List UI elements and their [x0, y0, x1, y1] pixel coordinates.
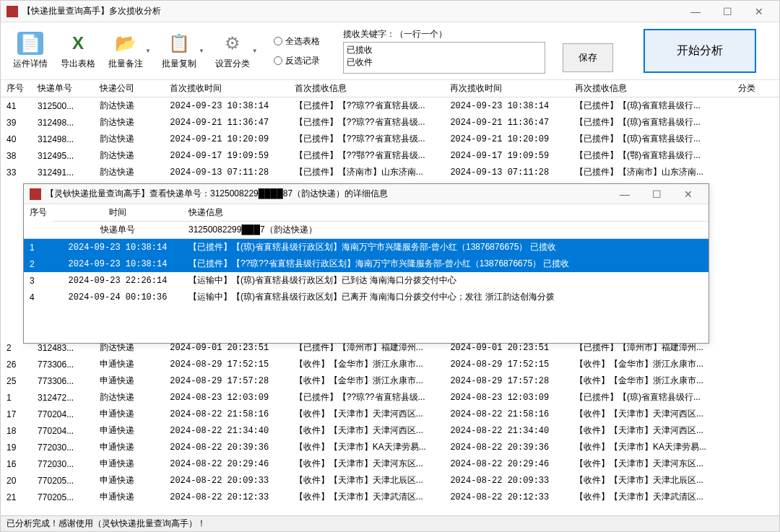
settings-button[interactable]: ⚙ 设置分类 [213, 32, 252, 70]
col-category[interactable]: 分类 [732, 80, 779, 97]
export-button[interactable]: X 导出表格 [58, 32, 98, 70]
table-row[interactable]: 21770205...申通快递2024-08-22 20:12:33【收件】【天… [1, 489, 779, 505]
gear-icon: ⚙ [220, 32, 246, 55]
col-seq[interactable]: 序号 [1, 80, 32, 97]
sub-close-button[interactable]: ✕ [674, 186, 703, 203]
analyze-button[interactable]: 开始分析 [644, 29, 756, 73]
sub-title-bar: 【灵钬快递批量查询高手】查看快递单号：3125008229████87（韵达快递… [24, 184, 708, 204]
table-row[interactable]: 41312500...韵达快递2024-09-23 10:38:14【已揽件】【… [1, 97, 779, 115]
sub-maximize-button[interactable]: ☐ [642, 186, 671, 203]
table-row[interactable]: 42024-09-24 00:10:36【运输中】【(琼)省直辖县级行政区划】已… [24, 289, 708, 305]
sub-col-num-label: 快递单号 [53, 222, 183, 239]
table-row[interactable]: 20770205...申通快递2024-08-22 20:09:33【收件】【天… [1, 472, 779, 489]
table-row[interactable]: 18770204...申通快递2024-08-22 21:34:40【收件】【天… [1, 422, 779, 439]
invert-radio[interactable]: 反选记录 [274, 55, 320, 67]
table-row[interactable]: 22024-09-23 10:38:14【已揽件】【??琼??省直辖县级行政区划… [24, 256, 708, 272]
batch-copy-label: 批量复制 [162, 58, 196, 70]
table-row[interactable]: 33312491...韵达快递2024-09-13 07:11:28【已揽件】【… [1, 164, 779, 180]
table-row[interactable]: 32024-09-23 22:26:14【运输中】【(琼)省直辖县级行政区划】已… [24, 272, 708, 289]
table-row[interactable]: 40312498...韵达快递2024-09-21 10:20:09【已揽件】【… [1, 131, 779, 147]
status-bar: 已分析完成！感谢使用（灵钬快递批量查询高手）！ [1, 515, 779, 531]
batch-copy-button[interactable]: 📋 批量复制 [160, 32, 199, 70]
col-first-info[interactable]: 首次揽收信息 [289, 80, 445, 97]
maximize-button[interactable]: ☐ [713, 3, 742, 20]
col-again-time[interactable]: 再次揽收时间 [444, 80, 568, 97]
main-title-bar: 【快递批量查询高手】多次揽收分析 — ☐ ✕ [1, 1, 779, 22]
sub-table-container[interactable]: 序号 时间 快递信息 快递单号 31250082299███7（韵达快递） 12… [24, 204, 708, 343]
sub-table: 序号 时间 快递信息 快递单号 31250082299███7（韵达快递） 12… [24, 204, 708, 305]
folder-icon: 📂 [113, 32, 139, 55]
app-icon [30, 188, 41, 200]
table-row[interactable]: 26773306...申通快递2024-08-29 17:52:15【收件】【金… [1, 356, 779, 372]
keyword-textarea[interactable] [343, 42, 545, 74]
table-row[interactable]: 16772030...申通快递2024-08-22 20:29:46【收件】【天… [1, 455, 779, 472]
table-row[interactable]: 19772030...申通快递2024-08-22 20:39:36【收件】【天… [1, 439, 779, 455]
radio-icon [274, 56, 282, 65]
keyword-label: 揽收关键字：（一行一个） [343, 28, 545, 40]
save-button[interactable]: 保存 [563, 43, 613, 72]
table-row[interactable]: 39312498...韵达快递2024-09-21 11:36:47【已揽件】【… [1, 114, 779, 131]
chevron-down-icon[interactable]: ▼ [145, 48, 151, 54]
sub-col-info[interactable]: 快递信息 [183, 204, 708, 222]
table-row[interactable]: 1312472...韵达快递2024-08-23 12:03:09【已揽件】【?… [1, 389, 779, 406]
copy-icon: 📋 [166, 32, 192, 55]
sub-col-num-value: 31250082299███7（韵达快递） [183, 222, 708, 239]
radio-icon [274, 37, 282, 45]
col-company[interactable]: 快递公司 [94, 80, 164, 97]
col-first-time[interactable]: 首次揽收时间 [164, 80, 288, 97]
minimize-button[interactable]: — [681, 3, 710, 20]
sub-col-seq[interactable]: 序号 [24, 204, 53, 239]
table-row[interactable]: 17770204...申通快递2024-08-22 21:58:16【收件】【天… [1, 406, 779, 422]
sub-col-time[interactable]: 时间 [53, 204, 183, 222]
detail-icon: 📄 [17, 32, 43, 55]
detail-sub-window: 【灵钬快递批量查询高手】查看快递单号：3125008229████87（韵达快递… [23, 183, 709, 344]
toolbar: 📄 运件详情 X 导出表格 📂 批量备注 ▼ 📋 批量复制 ▼ ⚙ 设置分类 [1, 22, 779, 80]
table-row[interactable]: 25773306...申通快递2024-08-29 17:57:28【收件】【金… [1, 372, 779, 389]
detail-label: 运件详情 [13, 58, 48, 70]
chevron-down-icon[interactable]: ▼ [252, 48, 258, 54]
settings-label: 设置分类 [215, 58, 250, 70]
sub-minimize-button[interactable]: — [610, 186, 639, 203]
col-again-info[interactable]: 再次揽收信息 [569, 80, 732, 97]
close-button[interactable]: ✕ [745, 3, 774, 20]
excel-icon: X [65, 32, 91, 55]
table-row[interactable]: 12024-09-23 10:38:14【已揽件】【(琼)省直辖县级行政区划】海… [24, 239, 708, 256]
chevron-down-icon[interactable]: ▼ [199, 48, 204, 54]
select-all-radio[interactable]: 全选表格 [274, 35, 320, 48]
main-window-title: 【快递批量查询高手】多次揽收分析 [22, 5, 681, 17]
invert-label: 反选记录 [285, 55, 320, 67]
select-all-label: 全选表格 [285, 35, 320, 48]
detail-button[interactable]: 📄 运件详情 [11, 32, 50, 70]
export-label: 导出表格 [61, 58, 95, 70]
col-num[interactable]: 快递单号 [32, 80, 94, 97]
app-icon [6, 6, 18, 17]
batch-note-button[interactable]: 📂 批量备注 [106, 32, 145, 70]
table-row[interactable]: 38312495...韵达快递2024-09-17 19:09:59【已揽件】【… [1, 147, 779, 164]
batch-note-label: 批量备注 [108, 58, 143, 70]
sub-window-title: 【灵钬快递批量查询高手】查看快递单号：3125008229████87（韵达快递… [46, 188, 610, 200]
